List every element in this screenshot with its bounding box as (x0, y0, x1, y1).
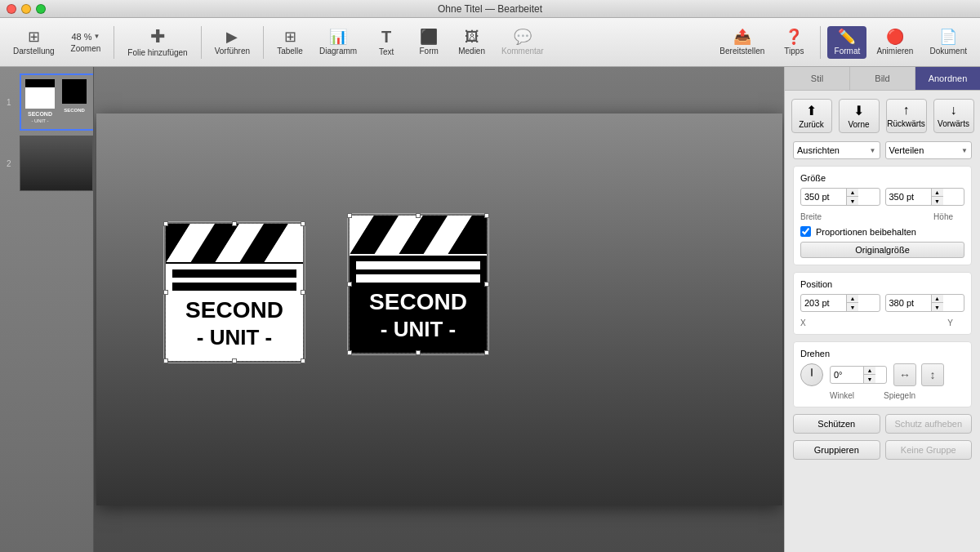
verteilen-dropdown[interactable]: Verteilen ▼ (885, 141, 973, 159)
size-fields-row: ▲ ▼ ▲ ▼ (800, 188, 964, 206)
maximize-button[interactable] (36, 4, 46, 14)
toolbar-form[interactable]: ⬛ Form (409, 26, 448, 59)
width-field[interactable]: ▲ ▼ (800, 188, 880, 206)
handle-bm[interactable] (232, 358, 237, 363)
slide-thumb-2[interactable] (20, 136, 93, 191)
back-icon: ⬆ (806, 103, 817, 118)
medien-label: Medien (458, 47, 485, 56)
x-stepper[interactable]: ▲ ▼ (846, 294, 858, 312)
height-down-button[interactable]: ▼ (932, 197, 943, 206)
handle-tm-b[interactable] (416, 213, 421, 218)
angle-up-button[interactable]: ▲ (864, 366, 875, 375)
keine-gruppe-button[interactable]: Keine Gruppe (885, 440, 973, 460)
ausrichten-dropdown[interactable]: Ausrichten ▼ (793, 141, 880, 159)
mirror-vertical-button[interactable]: ↕ (921, 363, 944, 386)
width-stepper[interactable]: ▲ ▼ (846, 188, 858, 206)
tab-stil[interactable]: Stil (785, 67, 850, 90)
toolbar-zoomen[interactable]: 48 % ▼ Zoomen (65, 29, 108, 56)
sep1 (114, 26, 114, 59)
originalgroesse-button[interactable]: Originalgröße (800, 242, 964, 258)
toolbar-vorfuehren[interactable]: ▶ Vorführen (208, 26, 256, 59)
svg-text:- UNIT -: - UNIT - (196, 325, 271, 349)
y-down-button[interactable]: ▼ (932, 303, 943, 312)
angle-down-button[interactable]: ▼ (864, 375, 875, 384)
backward-button[interactable]: ↑ Rückwärts (886, 99, 927, 133)
y-up-button[interactable]: ▲ (932, 294, 943, 303)
width-up-button[interactable]: ▲ (847, 188, 858, 197)
toolbar-tipps[interactable]: ❓ Tipps (774, 26, 813, 59)
rotate-labels: Winkel Spiegeln (800, 391, 964, 400)
kommentar-label: Kommentar (501, 47, 544, 56)
angle-stepper[interactable]: ▲ ▼ (863, 366, 875, 384)
handle-mr-b[interactable] (484, 282, 489, 287)
svg-rect-17 (172, 269, 296, 278)
tab-anordnen[interactable]: Anordnen (915, 67, 980, 90)
toolbar-add-slide[interactable]: ✚ Folie hinzufügen (121, 24, 194, 60)
canvas-area[interactable]: SECOND - UNIT - (94, 67, 784, 552)
schuetzen-button[interactable]: Schützen (793, 414, 880, 434)
text-label: Text (379, 47, 394, 56)
height-field[interactable]: ▲ ▼ (885, 188, 965, 206)
height-stepper[interactable]: ▲ ▼ (931, 188, 943, 206)
handle-bm-b[interactable] (416, 350, 421, 355)
back-button[interactable]: ⬆ Zurück (791, 99, 832, 133)
x-up-button[interactable]: ▲ (847, 294, 858, 303)
x-down-button[interactable]: ▼ (847, 303, 858, 312)
width-input[interactable] (801, 192, 846, 202)
handle-tr[interactable] (301, 221, 305, 226)
toolbar-bereitstellen[interactable]: 📤 Bereitstellen (713, 26, 771, 59)
handle-ml-b[interactable] (347, 282, 352, 287)
toolbar-dokument[interactable]: 📄 Dokument (923, 26, 973, 59)
zoom-arrow-icon: ▼ (94, 33, 100, 40)
mirror-horizontal-button[interactable]: ↔ (893, 363, 916, 386)
height-input[interactable] (886, 192, 931, 202)
handle-tm[interactable] (232, 221, 237, 226)
angle-field[interactable]: ▲ ▼ (830, 366, 887, 384)
format-icon: ✏️ (838, 29, 856, 44)
handle-ml[interactable] (163, 290, 168, 295)
toolbar-format[interactable]: ✏️ Format (827, 26, 866, 59)
proportionen-checkbox[interactable] (800, 226, 811, 237)
minimize-button[interactable] (21, 4, 31, 14)
handle-mr[interactable] (301, 290, 305, 295)
medien-icon: 🖼 (465, 29, 479, 44)
mirror-buttons: ↔ ↕ (893, 363, 944, 386)
toolbar-animieren[interactable]: 🔴 Animieren (870, 26, 920, 59)
x-field[interactable]: ▲ ▼ (800, 294, 880, 312)
protect-section: Schützen Schutz aufheben (793, 414, 972, 434)
handle-tl-b[interactable] (347, 213, 352, 218)
toolbar-tabelle[interactable]: ⊞ Tabelle (270, 26, 310, 59)
toolbar-kommentar[interactable]: 💬 Kommentar (495, 26, 550, 59)
clapper-black-container[interactable]: SECOND - UNIT - (350, 216, 487, 353)
svg-rect-31 (356, 261, 480, 269)
forward-button[interactable]: ↓ Vorwärts (933, 99, 974, 133)
svg-text:SECOND: SECOND (28, 111, 52, 117)
toolbar-darstellung[interactable]: ⊞ Darstellung (7, 26, 61, 59)
y-input[interactable] (886, 298, 931, 308)
handle-br-b[interactable] (484, 350, 489, 355)
handle-bl[interactable] (163, 358, 168, 363)
tab-bild[interactable]: Bild (850, 67, 915, 90)
toolbar-medien[interactable]: 🖼 Medien (452, 26, 492, 59)
toolbar-text[interactable]: T Text (367, 25, 406, 60)
ausrichten-label: Ausrichten (797, 145, 840, 155)
x-input[interactable] (801, 298, 846, 308)
tipps-label: Tipps (784, 47, 804, 56)
clapper-white-container[interactable]: SECOND - UNIT - (166, 224, 303, 361)
close-button[interactable] (7, 4, 16, 14)
handle-br[interactable] (301, 358, 305, 363)
toolbar-diagramm[interactable]: 📊 Diagramm (313, 26, 363, 59)
y-field[interactable]: ▲ ▼ (885, 294, 965, 312)
front-button[interactable]: ⬇ Vorne (839, 99, 880, 133)
y-stepper[interactable]: ▲ ▼ (931, 294, 943, 312)
slide-thumb-1[interactable]: SECOND - UNIT - SECOND (20, 73, 94, 131)
handle-tl[interactable] (163, 221, 168, 226)
angle-input[interactable] (831, 370, 863, 380)
handle-tr-b[interactable] (484, 213, 489, 218)
width-down-button[interactable]: ▼ (847, 197, 858, 206)
rotate-dial[interactable] (800, 363, 823, 386)
handle-bl-b[interactable] (347, 350, 352, 355)
gruppieren-button[interactable]: Gruppieren (793, 440, 880, 460)
schutz-aufheben-button[interactable]: Schutz aufheben (885, 414, 973, 434)
height-up-button[interactable]: ▲ (932, 188, 943, 197)
